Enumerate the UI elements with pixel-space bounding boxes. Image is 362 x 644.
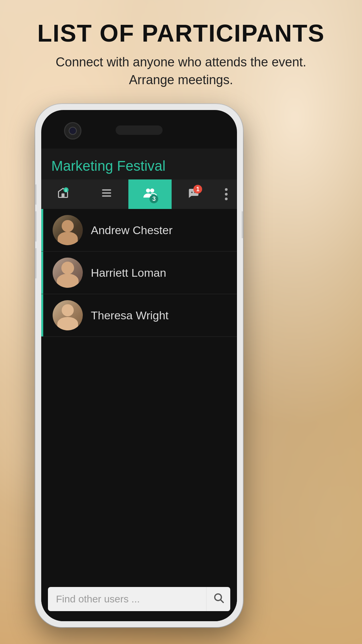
svg-point-7 [150, 189, 154, 193]
home-icon: i [57, 187, 69, 202]
participants-count: 3 [149, 195, 158, 203]
svg-point-8 [191, 192, 193, 193]
power-button [242, 211, 243, 238]
messages-badge: 1 [193, 185, 202, 194]
camera [64, 122, 81, 140]
list-item[interactable]: Theresa Wright [41, 294, 237, 337]
phone-inner: Marketing Festival i [41, 110, 237, 621]
avatar [53, 258, 83, 288]
participants-icon: 3 [143, 186, 157, 203]
volume-up-button [35, 211, 37, 241]
page-subtitle: Connect with anyone who attends the even… [0, 53, 362, 89]
list-item[interactable]: Harriett Loman [41, 252, 237, 294]
svg-text:i: i [65, 188, 66, 193]
app-header: Marketing Festival [41, 149, 237, 179]
svg-rect-0 [61, 194, 64, 198]
avatar [53, 300, 83, 330]
nav-home[interactable]: i [41, 179, 85, 209]
nav-participants[interactable]: 3 [128, 179, 172, 209]
participant-list: Andrew Chester Harriett Loman Theresa Wr… [41, 209, 237, 337]
volume-silent-button [35, 184, 37, 205]
screen: Marketing Festival i [41, 149, 237, 621]
search-placeholder: Find other users ... [56, 593, 140, 605]
search-bar: Find other users ... [41, 587, 237, 611]
speaker [116, 125, 163, 135]
app-title: Marketing Festival [51, 158, 227, 174]
phone-frame: Marketing Festival i [35, 104, 243, 627]
svg-point-6 [146, 189, 150, 193]
svg-rect-5 [102, 196, 111, 197]
search-icon [213, 592, 224, 606]
search-input-wrap[interactable]: Find other users ... [48, 587, 206, 611]
svg-rect-3 [102, 190, 111, 191]
accent-bar [41, 294, 43, 336]
messages-icon: 1 [187, 187, 199, 202]
participant-name: Andrew Chester [91, 224, 173, 237]
svg-rect-4 [102, 193, 111, 194]
participant-name: Harriett Loman [91, 266, 166, 279]
list-item[interactable]: Andrew Chester [41, 209, 237, 252]
nav-more[interactable] [215, 179, 237, 209]
top-section: LIST OF PARTICIPANTS Connect with anyone… [0, 20, 362, 89]
accent-bar [41, 209, 43, 251]
nav-list[interactable] [85, 179, 128, 209]
avatar [53, 215, 83, 245]
list-icon [101, 187, 113, 202]
page-title: LIST OF PARTICIPANTS [0, 20, 362, 47]
nav-bar: i [41, 179, 237, 209]
participant-name: Theresa Wright [91, 309, 169, 322]
accent-bar [41, 252, 43, 294]
search-button[interactable] [206, 587, 230, 611]
nav-messages[interactable]: 1 [172, 179, 215, 209]
svg-line-11 [221, 600, 223, 602]
more-dots-icon [225, 188, 228, 200]
volume-down-button [35, 248, 37, 278]
